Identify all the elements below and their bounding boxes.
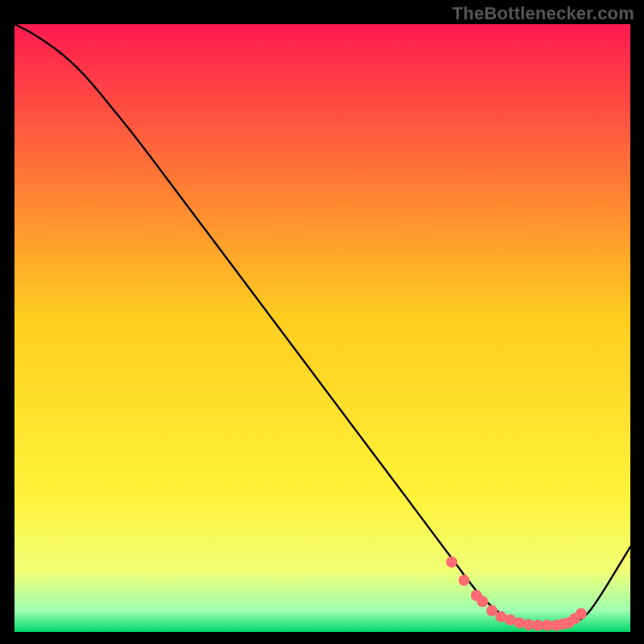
- bottleneck-chart: [14, 24, 630, 632]
- highlight-dot: [446, 556, 457, 568]
- chart-stage: TheBottlenecker.com: [0, 0, 644, 644]
- highlight-dot: [458, 575, 469, 586]
- highlight-dot: [576, 608, 587, 619]
- highlight-dot: [486, 605, 497, 617]
- highlight-dot: [477, 596, 488, 607]
- chart-background: [14, 24, 630, 632]
- watermark-text: TheBottlenecker.com: [452, 3, 634, 24]
